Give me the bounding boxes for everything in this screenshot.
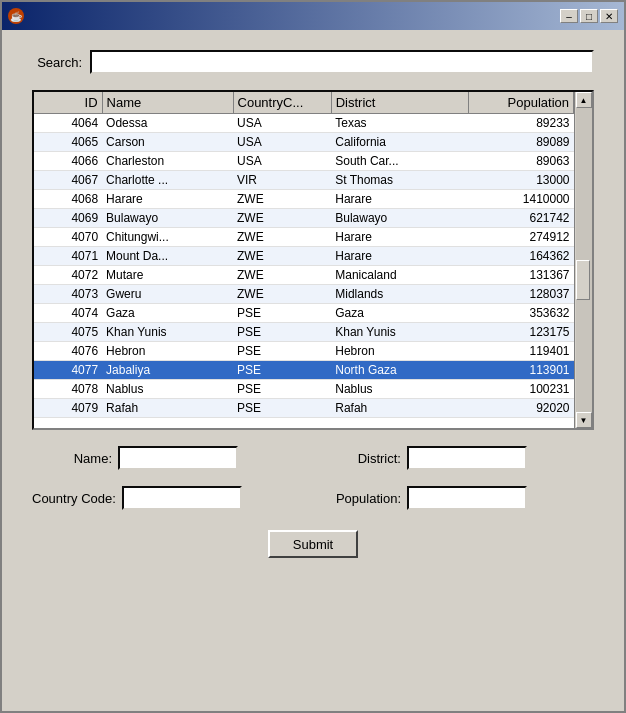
- form-row-2: Country Code: Population:: [32, 486, 594, 510]
- data-table: ID Name CountryC... District Population …: [34, 92, 574, 418]
- form-group-district: District:: [321, 446, 594, 470]
- name-input[interactable]: [118, 446, 238, 470]
- table-row[interactable]: 4071Mount Da...ZWEHarare164362: [34, 247, 574, 266]
- submit-button[interactable]: Submit: [268, 530, 358, 558]
- table-row[interactable]: 4077JabaliyaPSENorth Gaza113901: [34, 361, 574, 380]
- form-group-country-code: Country Code:: [32, 486, 305, 510]
- col-header-district[interactable]: District: [331, 92, 468, 114]
- population-label: Population:: [321, 491, 401, 506]
- app-icon: ☕: [8, 8, 24, 24]
- title-bar: ☕ – □ ✕: [2, 2, 624, 30]
- country-code-label: Country Code:: [32, 491, 116, 506]
- form-row-1: Name: District:: [32, 446, 594, 470]
- title-bar-buttons: – □ ✕: [560, 9, 618, 23]
- search-label: Search:: [32, 55, 82, 70]
- main-window: ☕ – □ ✕ Search: ID Name CountryC...: [0, 0, 626, 713]
- table-row[interactable]: 4065CarsonUSACalifornia89089: [34, 133, 574, 152]
- scroll-down-button[interactable]: ▼: [576, 412, 592, 428]
- table-header-row: ID Name CountryC... District Population: [34, 92, 574, 114]
- col-header-country[interactable]: CountryC...: [233, 92, 331, 114]
- district-input[interactable]: [407, 446, 527, 470]
- col-header-population[interactable]: Population: [469, 92, 574, 114]
- table-row[interactable]: 4074GazaPSEGaza353632: [34, 304, 574, 323]
- scroll-up-button[interactable]: ▲: [576, 92, 592, 108]
- population-input[interactable]: [407, 486, 527, 510]
- table-row[interactable]: 4073GweruZWEMidlands128037: [34, 285, 574, 304]
- table-row[interactable]: 4075Khan YunisPSEKhan Yunis123175: [34, 323, 574, 342]
- table-row[interactable]: 4070Chitungwi...ZWEHarare274912: [34, 228, 574, 247]
- table-row[interactable]: 4069BulawayoZWEBulawayo621742: [34, 209, 574, 228]
- scroll-thumb[interactable]: [576, 260, 590, 300]
- main-content: Search: ID Name CountryC... District Pop…: [2, 30, 624, 711]
- vertical-scrollbar[interactable]: ▲ ▼: [574, 92, 592, 428]
- form-group-name: Name:: [32, 446, 305, 470]
- data-table-container: ID Name CountryC... District Population …: [32, 90, 594, 430]
- table-inner: ID Name CountryC... District Population …: [34, 92, 592, 428]
- maximize-button[interactable]: □: [580, 9, 598, 23]
- search-row: Search:: [32, 50, 594, 74]
- title-bar-left: ☕: [8, 8, 24, 24]
- table-row[interactable]: 4064OdessaUSATexas89233: [34, 114, 574, 133]
- form-section: Name: District: Country Code: Population…: [32, 446, 594, 510]
- table-row[interactable]: 4079RafahPSERafah92020: [34, 399, 574, 418]
- table-body: 4064OdessaUSATexas892334065CarsonUSACali…: [34, 114, 574, 418]
- country-code-input[interactable]: [122, 486, 242, 510]
- close-button[interactable]: ✕: [600, 9, 618, 23]
- table-row[interactable]: 4072MutareZWEManicaland131367: [34, 266, 574, 285]
- col-header-id[interactable]: ID: [34, 92, 102, 114]
- district-label: District:: [321, 451, 401, 466]
- search-input[interactable]: [90, 50, 594, 74]
- table-row[interactable]: 4068HarareZWEHarare1410000: [34, 190, 574, 209]
- name-label: Name:: [32, 451, 112, 466]
- table-row[interactable]: 4067Charlotte ...VIRSt Thomas13000: [34, 171, 574, 190]
- col-header-name[interactable]: Name: [102, 92, 233, 114]
- table-row[interactable]: 4066CharlestonUSASouth Car...89063: [34, 152, 574, 171]
- table-row[interactable]: 4076HebronPSEHebron119401: [34, 342, 574, 361]
- form-group-population: Population:: [321, 486, 594, 510]
- minimize-button[interactable]: –: [560, 9, 578, 23]
- scroll-track[interactable]: [576, 108, 592, 412]
- submit-row: Submit: [32, 530, 594, 558]
- table-row[interactable]: 4078NablusPSENablus100231: [34, 380, 574, 399]
